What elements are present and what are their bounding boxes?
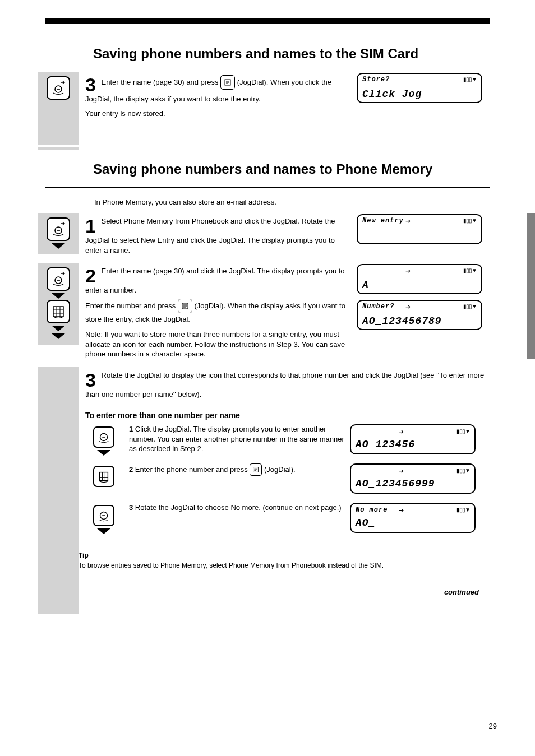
down-arrow-icon: [52, 243, 65, 249]
substep-2: 2 Enter the phone number and press (JogD…: [79, 463, 490, 499]
left-icon-column: [38, 263, 79, 345]
step-text: Select Phone Memory from Phonebook and c…: [85, 217, 335, 254]
sim-step-3: 3 Enter the name (page 30) and press (Jo…: [38, 72, 497, 145]
page-number: 29: [489, 722, 497, 730]
step-body: 3 Rotate the JogDial to display the icon…: [79, 367, 497, 600]
arrow-icon: ➔: [399, 467, 404, 475]
lcd-col: ➔ ▮▯▯▼ AO_123456999: [350, 463, 490, 499]
tip-block: Tip To browse entries saved to Phone Mem…: [79, 551, 490, 570]
jog-push-right-icon: [47, 76, 70, 100]
lcd-col: ➔ ▮▯▯▼ AO_123456: [350, 424, 490, 460]
step-body: 3 Enter the name (page 30) and press (Jo…: [79, 72, 357, 124]
step-number: 3: [85, 75, 96, 94]
arrow-icon: ➔: [399, 506, 404, 514]
step-text-a: Enter the name (page 30) and click the J…: [85, 267, 345, 294]
keypad-icon: [93, 466, 114, 487]
step-text-b1: Enter the number and press: [85, 302, 178, 310]
divider: [45, 187, 490, 188]
jog-dial-icon: [93, 426, 114, 448]
pm-intro: In Phone Memory, you can also store an e…: [94, 198, 490, 206]
continued-label: continued: [79, 587, 490, 597]
tip-body: To browse entries saved to Phone Memory,…: [79, 561, 490, 570]
lcd-col: ➔ ▮▯▯▼ A ➔ ▮▯▯▼ Number? AO_123456789: [357, 263, 497, 337]
lcd-no-more: ➔ ▮▯▯▼ No more AO_: [350, 503, 476, 533]
down-arrow-icon: [52, 333, 65, 339]
step-text: Rotate the JogDial to display the icon t…: [85, 371, 484, 398]
substep-icon-col: [79, 424, 129, 457]
lcd-col: ➔ ▮▯▯▼ New entry: [357, 213, 497, 251]
jog-push-right-icon: [47, 267, 70, 291]
lcd-col: ▮▯▯▼ Store? Click Jog: [357, 72, 497, 110]
down-arrow-icon: [52, 293, 65, 299]
lcd-store: ▮▯▯▼ Store? Click Jog: [357, 73, 482, 103]
lcd-new-entry: ➔ ▮▯▯▼ New entry: [357, 214, 482, 244]
signal-icon: ▮▯▯▼: [456, 467, 470, 475]
lcd-col: ➔ ▮▯▯▼ No more AO_: [350, 503, 490, 539]
substep-text: 3 Rotate the JogDial to choose No more. …: [129, 503, 350, 513]
signal-icon: ▮▯▯▼: [463, 267, 477, 273]
down-arrow-icon: [97, 450, 110, 456]
pm-step-1: 1 Select Phone Memory from Phonebook and…: [38, 213, 497, 261]
lcd-a: ➔ ▮▯▯▼ A: [357, 264, 482, 294]
arrow-icon: ➔: [405, 217, 411, 225]
arrow-icon: ➔: [399, 428, 404, 436]
step-number: 2: [85, 266, 96, 285]
step-note: Note: If you want to store more than thr…: [85, 330, 350, 359]
substep-text: 2 Enter the phone number and press (JogD…: [129, 463, 350, 477]
tip-title: Tip: [79, 551, 490, 560]
memo-icon: [178, 299, 192, 313]
jog-push-right-icon: [47, 217, 70, 241]
arrow-icon: ➔: [405, 267, 411, 275]
jog-dial-icon: [93, 505, 114, 526]
lcd-123456: ➔ ▮▯▯▼ AO_123456: [350, 424, 476, 454]
substep-icon-col: [79, 503, 129, 535]
pm-step-2: 2 Enter the name (page 30) and click the…: [38, 263, 497, 365]
step-sub: Your entry is now stored.: [85, 109, 350, 119]
signal-icon: ▮▯▯▼: [463, 217, 477, 224]
memo-icon: [220, 75, 235, 90]
arrow-icon: ➔: [405, 303, 411, 310]
step-body: 2 Enter the name (page 30) and click the…: [79, 263, 357, 365]
signal-icon: ▮▯▯▼: [456, 428, 470, 435]
step-body: 1 Select Phone Memory from Phonebook and…: [79, 213, 357, 261]
down-arrow-icon: [97, 528, 110, 534]
signal-icon: ▮▯▯▼: [463, 76, 477, 82]
heading-sim: Saving phone numbers and names to the SI…: [93, 46, 497, 62]
header-rule: [45, 18, 490, 24]
substep-3: 3 Rotate the JogDial to choose No more. …: [79, 503, 490, 539]
step-number: 1: [85, 216, 96, 235]
substep-icon-col: [79, 463, 129, 488]
left-icon-column: [38, 213, 79, 254]
keypad-icon: [47, 300, 70, 323]
left-icon-column: [38, 367, 79, 614]
down-arrow-icon: [52, 326, 65, 331]
step-number: 3: [85, 370, 96, 389]
lcd-number: ➔ ▮▯▯▼ Number? AO_123456789: [357, 300, 482, 330]
left-icon-column: [38, 72, 79, 145]
substep-1: 1 Click the JogDial. The display prompts…: [79, 424, 490, 460]
pm-step-3: 3 Rotate the JogDial to display the icon…: [38, 367, 497, 614]
lcd-123456999: ➔ ▮▯▯▼ AO_123456999: [350, 463, 476, 494]
memo-icon: [250, 463, 262, 476]
signal-icon: ▮▯▯▼: [456, 506, 470, 514]
thumb-tab: [527, 213, 535, 359]
signal-icon: ▮▯▯▼: [463, 303, 477, 309]
svg-rect-7: [100, 472, 108, 481]
step-text-a: Enter the name (page 30) and press: [102, 78, 220, 86]
substep-text: 1 Click the JogDial. The display prompts…: [129, 424, 350, 454]
substep-title: To enter more than one number per name: [85, 410, 490, 421]
heading-phonememory: Saving phone numbers and names to Phone …: [93, 161, 497, 177]
svg-rect-4: [53, 307, 63, 317]
